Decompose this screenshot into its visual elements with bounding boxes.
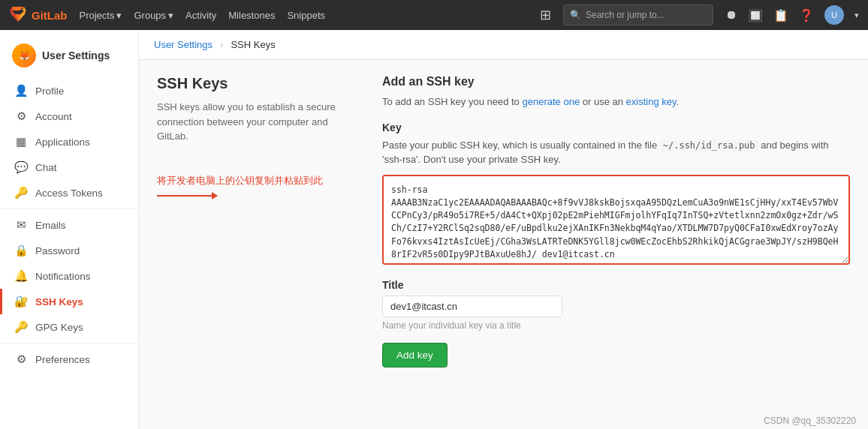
sidebar-item-applications[interactable]: ▦ Applications — [0, 129, 138, 154]
page-content: SSH Keys SSH keys allow you to establish… — [139, 60, 868, 412]
add-ssh-key-desc: To add an SSH key you need to generate o… — [382, 94, 850, 110]
key-field-label: Key — [382, 122, 850, 134]
generate-one-link[interactable]: generate one — [522, 96, 580, 107]
sidebar-item-chat[interactable]: 💬 Chat — [0, 154, 138, 180]
merge-requests-icon[interactable]: ⏺ — [725, 8, 737, 22]
todos-icon[interactable]: 📋 — [773, 8, 788, 22]
ssh-keys-icon: 🔐 — [14, 295, 28, 308]
gpg-keys-icon: 🔑 — [14, 320, 28, 334]
title-input[interactable] — [382, 296, 562, 317]
left-panel: SSH Keys SSH keys allow you to establish… — [157, 75, 352, 398]
sidebar-divider-1 — [0, 208, 138, 209]
sidebar-item-gpg-keys[interactable]: 🔑 GPG Keys — [0, 314, 138, 340]
title-field-label: Title — [382, 279, 850, 291]
nav-plus-button[interactable]: ⊞ — [540, 7, 551, 23]
sidebar: 🦊 User Settings 👤 Profile ⚙ Account ▦ Ap… — [0, 30, 139, 429]
page-description: SSH keys allow you to establish a secure… — [157, 100, 352, 144]
add-ssh-key-title: Add an SSH key — [382, 75, 850, 88]
help-icon[interactable]: ❓ — [799, 8, 814, 22]
breadcrumb: User Settings › SSH Keys — [139, 30, 868, 60]
key-textarea[interactable]: ssh-rsa AAAAB3NzaC1yc2EAAAADAQABAAABAQc+… — [382, 175, 850, 265]
brand-logo[interactable]: GitLab — [9, 5, 68, 26]
existing-key-link[interactable]: existing key — [626, 96, 677, 107]
nav-snippets[interactable]: Snippets — [287, 10, 325, 21]
sidebar-item-access-tokens[interactable]: 🔑 Access Tokens — [0, 180, 138, 206]
right-panel: Add an SSH key To add an SSH key you nee… — [382, 75, 850, 398]
sidebar-item-notifications[interactable]: 🔔 Notifications — [0, 263, 138, 289]
nav-icons: ⏺ 🔲 📋 ❓ U ▾ — [725, 5, 859, 25]
sidebar-item-emails[interactable]: ✉ Emails — [0, 212, 138, 238]
top-navbar: GitLab Projects ▾ Groups ▾ Activity Mile… — [0, 0, 868, 30]
watermark: CSDN @qq_35302220 — [139, 412, 868, 429]
sidebar-divider-2 — [0, 343, 138, 344]
sidebar-item-preferences[interactable]: ⚙ Preferences — [0, 346, 138, 372]
access-tokens-icon: 🔑 — [14, 186, 28, 200]
page-title: SSH Keys — [157, 75, 352, 92]
breadcrumb-current: SSH Keys — [231, 39, 275, 50]
sidebar-item-password[interactable]: 🔒 Password — [0, 238, 138, 263]
sidebar-avatar: 🦊 — [12, 44, 36, 68]
sidebar-item-account[interactable]: ⚙ Account — [0, 104, 138, 129]
annotation-text: 将开发者电脑上的公钥复制并粘贴到此 — [157, 174, 352, 188]
breadcrumb-parent-link[interactable]: User Settings — [154, 39, 212, 50]
sidebar-item-ssh-keys[interactable]: 🔐 SSH Keys — [0, 289, 138, 314]
nav-projects[interactable]: Projects ▾ — [80, 10, 122, 21]
preferences-icon: ⚙ — [14, 352, 28, 366]
user-menu-chevron[interactable]: ▾ — [854, 10, 859, 20]
nav-milestones[interactable]: Milestones — [228, 10, 275, 21]
content-area: User Settings › SSH Keys SSH Keys SSH ke… — [139, 30, 868, 429]
password-icon: 🔒 — [14, 244, 28, 257]
notifications-icon: 🔔 — [14, 269, 28, 283]
brand-name: GitLab — [32, 9, 68, 22]
search-icon: 🔍 — [570, 10, 581, 20]
key-hint-text: Paste your public SSH key, which is usua… — [382, 138, 850, 167]
gitlab-fox-icon — [9, 5, 27, 26]
sidebar-item-profile[interactable]: 👤 Profile — [0, 78, 138, 104]
add-key-button[interactable]: Add key — [382, 343, 448, 368]
main-layout: 🦊 User Settings 👤 Profile ⚙ Account ▦ Ap… — [0, 30, 868, 429]
nav-groups[interactable]: Groups ▾ — [134, 10, 173, 21]
emails-icon: ✉ — [14, 218, 28, 232]
title-hint: Name your individual key via a title — [382, 320, 850, 331]
account-icon: ⚙ — [14, 110, 28, 123]
breadcrumb-separator: › — [220, 39, 223, 50]
annotation-arrow — [157, 195, 352, 196]
profile-icon: 👤 — [14, 84, 28, 98]
sidebar-title: User Settings — [42, 50, 110, 62]
applications-icon: ▦ — [14, 135, 28, 148]
search-bar[interactable]: 🔍 Search or jump to... — [563, 4, 713, 26]
issues-icon[interactable]: 🔲 — [748, 8, 763, 22]
nav-activity[interactable]: Activity — [185, 10, 216, 21]
chat-icon: 💬 — [14, 160, 28, 174]
annotation-area: 将开发者电脑上的公钥复制并粘贴到此 — [157, 174, 352, 196]
arrow-line — [157, 195, 217, 196]
user-avatar[interactable]: U — [824, 5, 844, 25]
sidebar-header: 🦊 User Settings — [0, 39, 138, 78]
